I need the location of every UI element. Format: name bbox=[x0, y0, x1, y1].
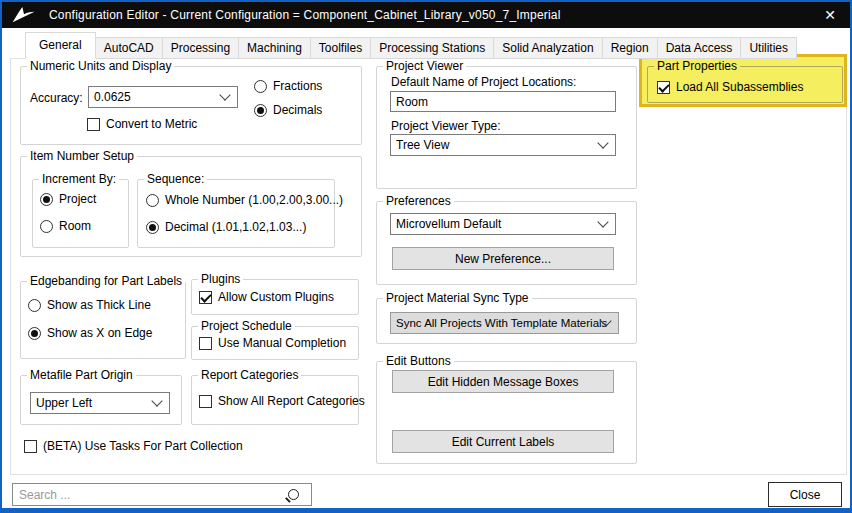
checkbox-allow-custom-plugins[interactable]: Allow Custom Plugins bbox=[199, 290, 334, 304]
title-bar: Configuration Editor - Current Configura… bbox=[2, 2, 850, 28]
radio-checked-icon bbox=[28, 327, 41, 340]
radio-icon bbox=[146, 194, 159, 207]
search-icon[interactable] bbox=[288, 489, 299, 500]
metafile-origin-dropdown[interactable]: Upper Left bbox=[30, 392, 170, 414]
radio-sequence-decimal[interactable]: Decimal (1.01,1.02,1.03...) bbox=[146, 220, 306, 234]
radio-icon bbox=[28, 299, 41, 312]
tab-autocad[interactable]: AutoCAD bbox=[95, 37, 163, 59]
checkbox-checked-icon bbox=[199, 291, 212, 304]
checkbox-beta-use-tasks[interactable]: (BETA) Use Tasks For Part Collection bbox=[24, 439, 243, 453]
accuracy-label: Accuracy: bbox=[30, 91, 83, 105]
checkbox-show-all-report-categories[interactable]: Show All Report Categories bbox=[199, 394, 365, 408]
chevron-down-icon bbox=[151, 395, 162, 406]
radio-checked-icon bbox=[40, 193, 53, 206]
configuration-editor-dialog: Configuration Editor - Current Configura… bbox=[0, 0, 852, 513]
tab-solid-analyzation[interactable]: Solid Analyzation bbox=[493, 37, 602, 59]
radio-icon bbox=[40, 220, 53, 233]
preferences-dropdown[interactable]: Microvellum Default bbox=[390, 213, 616, 235]
close-button[interactable]: Close bbox=[768, 482, 842, 507]
project-locations-input[interactable] bbox=[390, 91, 616, 112]
checkbox-load-all-subassemblies[interactable]: Load All Subassemblies bbox=[657, 80, 803, 94]
checkbox-use-manual-completion[interactable]: Use Manual Completion bbox=[199, 336, 346, 350]
checkbox-checked-icon bbox=[657, 81, 670, 94]
material-sync-dropdown[interactable]: Sync All Projects With Template Material… bbox=[390, 312, 619, 334]
tab-processing[interactable]: Processing bbox=[162, 37, 239, 59]
tab-general[interactable]: General bbox=[25, 32, 96, 59]
chevron-down-icon bbox=[597, 137, 608, 148]
tab-region[interactable]: Region bbox=[602, 37, 658, 59]
radio-icon bbox=[254, 80, 267, 93]
tab-machining[interactable]: Machining bbox=[238, 37, 311, 59]
radio-fractions[interactable]: Fractions bbox=[254, 79, 322, 93]
search-box bbox=[12, 483, 312, 506]
edit-current-labels-button[interactable]: Edit Current Labels bbox=[392, 430, 614, 453]
project-viewer-type-label: Project Viewer Type: bbox=[391, 119, 501, 133]
part-properties-highlight: Part Properties Load All Subassemblies bbox=[639, 54, 847, 107]
checkbox-icon bbox=[199, 337, 212, 350]
checkbox-convert-to-metric[interactable]: Convert to Metric bbox=[87, 117, 197, 131]
checkbox-icon bbox=[24, 440, 37, 453]
radio-show-thick-line[interactable]: Show as Thick Line bbox=[28, 298, 151, 312]
group-increment-by: Increment By: bbox=[32, 172, 129, 248]
radio-increment-room[interactable]: Room bbox=[40, 219, 91, 233]
search-input[interactable] bbox=[13, 488, 288, 502]
group-edgebanding: Edgebanding for Part Labels bbox=[20, 274, 186, 359]
tab-processing-stations[interactable]: Processing Stations bbox=[370, 37, 494, 59]
radio-checked-icon bbox=[254, 104, 267, 117]
checkbox-icon bbox=[199, 395, 212, 408]
checkbox-icon bbox=[87, 118, 100, 131]
project-locations-label: Default Name of Project Locations: bbox=[391, 75, 576, 89]
tab-toolfiles[interactable]: Toolfiles bbox=[310, 37, 371, 59]
project-viewer-type-dropdown[interactable]: Tree View bbox=[390, 134, 616, 156]
radio-show-x-on-edge[interactable]: Show as X on Edge bbox=[28, 326, 152, 340]
tab-data-access[interactable]: Data Access bbox=[657, 37, 742, 59]
microvellum-logo-icon bbox=[11, 5, 37, 25]
radio-increment-project[interactable]: Project bbox=[40, 192, 96, 206]
radio-sequence-whole-number[interactable]: Whole Number (1.00,2.00,3.00...) bbox=[146, 193, 343, 207]
group-preferences: Preferences bbox=[376, 194, 637, 285]
new-preference-button[interactable]: New Preference... bbox=[392, 247, 614, 270]
radio-checked-icon bbox=[146, 221, 159, 234]
tab-utilities[interactable]: Utilities bbox=[740, 37, 797, 59]
close-icon[interactable]: ✕ bbox=[824, 8, 836, 22]
window-title: Configuration Editor - Current Configura… bbox=[49, 8, 561, 22]
chevron-down-icon bbox=[219, 89, 230, 100]
accuracy-dropdown[interactable]: 0.0625 bbox=[88, 86, 238, 108]
radio-decimals[interactable]: Decimals bbox=[254, 103, 322, 117]
tab-strip: General AutoCAD Processing Machining Too… bbox=[26, 33, 797, 59]
group-sequence: Sequence: bbox=[137, 172, 335, 248]
edit-hidden-message-boxes-button[interactable]: Edit Hidden Message Boxes bbox=[392, 370, 614, 393]
chevron-down-icon bbox=[597, 216, 608, 227]
